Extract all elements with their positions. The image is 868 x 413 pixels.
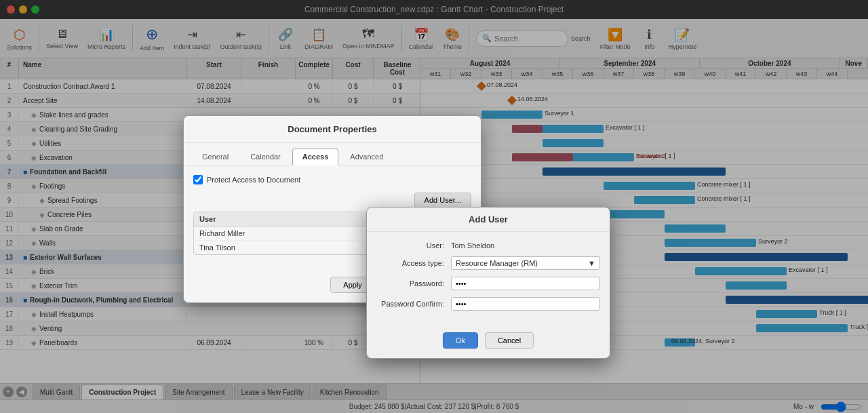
add-user-dialog: Add User User: Tom Sheldon Access type: … bbox=[366, 207, 610, 359]
user-field-label: User: bbox=[376, 241, 451, 250]
user-name-1: Tina Tilson bbox=[194, 241, 375, 254]
add-user-title: Add User bbox=[367, 208, 610, 232]
tab-calendar[interactable]: Calendar bbox=[240, 149, 291, 165]
password-row: Password: bbox=[376, 277, 600, 290]
protect-checkbox[interactable] bbox=[193, 175, 203, 184]
confirm-label: Password Confirm: bbox=[376, 300, 451, 308]
password-input[interactable] bbox=[451, 277, 600, 290]
add-user-footer: Ok Cancel bbox=[367, 327, 610, 358]
access-type-select[interactable]: Resource Manager (RM) ▼ bbox=[451, 256, 600, 270]
confirm-row: Password Confirm: bbox=[376, 297, 600, 311]
chevron-down-icon: ▼ bbox=[588, 259, 595, 267]
add-user-button[interactable]: Add User... bbox=[414, 193, 471, 208]
doc-props-title: Document Properties bbox=[184, 116, 481, 143]
user-field-row: User: Tom Sheldon bbox=[376, 241, 600, 250]
modal-overlay: Document Properties General Calendar Acc… bbox=[0, 0, 868, 413]
dialog-tab-row: General Calendar Access Advanced bbox=[184, 143, 481, 165]
cancel-button-adduser[interactable]: Cancel bbox=[485, 332, 534, 349]
tab-advanced[interactable]: Advanced bbox=[340, 149, 393, 165]
tab-access[interactable]: Access bbox=[292, 149, 339, 165]
tab-general[interactable]: General bbox=[192, 149, 239, 165]
user-field-value: Tom Sheldon bbox=[451, 241, 600, 250]
password-confirm-input[interactable] bbox=[451, 297, 600, 311]
add-user-content: User: Tom Sheldon Access type: Resource … bbox=[367, 232, 610, 327]
user-name-0: Richard Miller bbox=[194, 227, 375, 240]
password-label: Password: bbox=[376, 279, 451, 288]
access-type-row: Access type: Resource Manager (RM) ▼ bbox=[376, 256, 600, 270]
ok-button-adduser[interactable]: Ok bbox=[443, 332, 478, 349]
protect-access-row: Protect Access to Document bbox=[193, 175, 471, 184]
users-col-user-header: User bbox=[194, 212, 375, 226]
access-type-value: Resource Manager (RM) bbox=[456, 259, 538, 267]
access-type-label: Access type: bbox=[376, 259, 451, 267]
protect-label: Protect Access to Document bbox=[207, 176, 300, 184]
